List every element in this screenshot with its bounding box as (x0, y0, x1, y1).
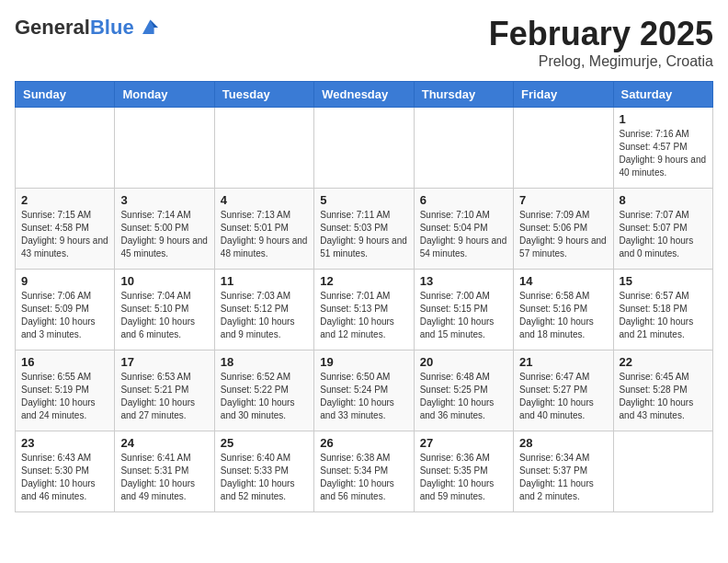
day-number: 6 (420, 193, 507, 207)
day-number: 20 (420, 355, 507, 369)
calendar-header-row: SundayMondayTuesdayWednesdayThursdayFrid… (16, 82, 713, 108)
day-number: 24 (120, 436, 208, 450)
day-info: Sunrise: 7:15 AM Sunset: 4:58 PM Dayligh… (21, 209, 108, 260)
calendar-cell: 10Sunrise: 7:04 AM Sunset: 5:10 PM Dayli… (115, 270, 214, 350)
day-info: Sunrise: 7:04 AM Sunset: 5:10 PM Dayligh… (120, 290, 208, 341)
day-info: Sunrise: 6:55 AM Sunset: 5:19 PM Dayligh… (21, 371, 108, 422)
day-number: 22 (620, 355, 707, 369)
day-info: Sunrise: 7:13 AM Sunset: 5:01 PM Dayligh… (221, 209, 308, 260)
calendar-cell: 7Sunrise: 7:09 AM Sunset: 5:06 PM Daylig… (514, 189, 613, 270)
calendar-cell: 8Sunrise: 7:07 AM Sunset: 5:07 PM Daylig… (613, 189, 712, 270)
calendar-cell: 26Sunrise: 6:38 AM Sunset: 5:34 PM Dayli… (314, 431, 414, 512)
calendar-cell: 13Sunrise: 7:00 AM Sunset: 5:15 PM Dayli… (414, 270, 513, 350)
day-info: Sunrise: 7:10 AM Sunset: 5:04 PM Dayligh… (420, 209, 507, 260)
day-number: 26 (320, 436, 407, 450)
calendar-cell (314, 108, 414, 189)
day-number: 3 (120, 193, 208, 207)
day-info: Sunrise: 6:41 AM Sunset: 5:31 PM Dayligh… (120, 452, 208, 503)
calendar-cell: 14Sunrise: 6:58 AM Sunset: 5:16 PM Dayli… (514, 270, 613, 350)
calendar-cell: 6Sunrise: 7:10 AM Sunset: 5:04 PM Daylig… (414, 189, 513, 270)
calendar-cell (214, 108, 313, 189)
day-info: Sunrise: 7:14 AM Sunset: 5:00 PM Dayligh… (120, 209, 208, 260)
calendar-cell: 16Sunrise: 6:55 AM Sunset: 5:19 PM Dayli… (16, 350, 115, 431)
logo-icon (136, 15, 162, 40)
day-number: 16 (21, 355, 108, 369)
day-of-week-header: Monday (115, 82, 214, 108)
day-info: Sunrise: 6:50 AM Sunset: 5:24 PM Dayligh… (320, 371, 407, 422)
title-block: February 2025 Prelog, Megimurje, Croatia (489, 15, 713, 70)
logo: GeneralBlue (15, 15, 162, 40)
calendar-week-row: 16Sunrise: 6:55 AM Sunset: 5:19 PM Dayli… (16, 350, 713, 431)
calendar-cell: 21Sunrise: 6:47 AM Sunset: 5:27 PM Dayli… (514, 350, 613, 431)
day-number: 14 (519, 274, 607, 288)
day-number: 18 (221, 355, 308, 369)
day-number: 17 (120, 355, 208, 369)
day-number: 8 (620, 193, 707, 207)
calendar-cell: 11Sunrise: 7:03 AM Sunset: 5:12 PM Dayli… (214, 270, 313, 350)
day-number: 2 (21, 193, 108, 207)
day-info: Sunrise: 7:07 AM Sunset: 5:07 PM Dayligh… (620, 209, 707, 260)
day-of-week-header: Wednesday (314, 82, 414, 108)
calendar-cell: 19Sunrise: 6:50 AM Sunset: 5:24 PM Dayli… (314, 350, 414, 431)
calendar-cell: 5Sunrise: 7:11 AM Sunset: 5:03 PM Daylig… (314, 189, 414, 270)
day-of-week-header: Friday (514, 82, 613, 108)
day-number: 13 (420, 274, 507, 288)
day-info: Sunrise: 6:53 AM Sunset: 5:21 PM Dayligh… (120, 371, 208, 422)
day-info: Sunrise: 7:09 AM Sunset: 5:06 PM Dayligh… (519, 209, 607, 260)
calendar-cell: 12Sunrise: 7:01 AM Sunset: 5:13 PM Dayli… (314, 270, 414, 350)
calendar-cell: 25Sunrise: 6:40 AM Sunset: 5:33 PM Dayli… (214, 431, 313, 512)
day-number: 10 (120, 274, 208, 288)
day-of-week-header: Sunday (16, 82, 115, 108)
calendar-cell (115, 108, 214, 189)
calendar-cell: 4Sunrise: 7:13 AM Sunset: 5:01 PM Daylig… (214, 189, 313, 270)
day-info: Sunrise: 6:52 AM Sunset: 5:22 PM Dayligh… (221, 371, 308, 422)
calendar-cell (414, 108, 513, 189)
day-number: 23 (21, 436, 108, 450)
day-of-week-header: Tuesday (214, 82, 313, 108)
day-info: Sunrise: 7:01 AM Sunset: 5:13 PM Dayligh… (320, 290, 407, 341)
day-number: 7 (519, 193, 607, 207)
calendar-week-row: 2Sunrise: 7:15 AM Sunset: 4:58 PM Daylig… (16, 189, 713, 270)
day-of-week-header: Saturday (613, 82, 712, 108)
calendar-cell (514, 108, 613, 189)
calendar-week-row: 9Sunrise: 7:06 AM Sunset: 5:09 PM Daylig… (16, 270, 713, 350)
calendar-cell (613, 431, 712, 512)
calendar-table: SundayMondayTuesdayWednesdayThursdayFrid… (15, 81, 713, 512)
day-number: 15 (620, 274, 707, 288)
day-info: Sunrise: 6:48 AM Sunset: 5:25 PM Dayligh… (420, 371, 507, 422)
day-number: 28 (519, 436, 607, 450)
day-info: Sunrise: 6:38 AM Sunset: 5:34 PM Dayligh… (320, 452, 407, 503)
day-info: Sunrise: 6:34 AM Sunset: 5:37 PM Dayligh… (519, 452, 607, 503)
day-number: 27 (420, 436, 507, 450)
calendar-cell: 28Sunrise: 6:34 AM Sunset: 5:37 PM Dayli… (514, 431, 613, 512)
day-info: Sunrise: 7:03 AM Sunset: 5:12 PM Dayligh… (221, 290, 308, 341)
day-info: Sunrise: 6:47 AM Sunset: 5:27 PM Dayligh… (519, 371, 607, 422)
day-info: Sunrise: 7:11 AM Sunset: 5:03 PM Dayligh… (320, 209, 407, 260)
calendar-cell: 9Sunrise: 7:06 AM Sunset: 5:09 PM Daylig… (16, 270, 115, 350)
logo-blue-text: Blue (90, 16, 134, 39)
day-number: 5 (320, 193, 407, 207)
day-number: 11 (221, 274, 308, 288)
calendar-cell: 17Sunrise: 6:53 AM Sunset: 5:21 PM Dayli… (115, 350, 214, 431)
day-number: 19 (320, 355, 407, 369)
month-year-title: February 2025 (489, 15, 713, 53)
day-info: Sunrise: 7:06 AM Sunset: 5:09 PM Dayligh… (21, 290, 108, 341)
day-info: Sunrise: 6:45 AM Sunset: 5:28 PM Dayligh… (620, 371, 707, 422)
day-number: 9 (21, 274, 108, 288)
day-number: 4 (221, 193, 308, 207)
day-number: 25 (221, 436, 308, 450)
logo-general-text: General (15, 16, 90, 39)
calendar-cell: 1Sunrise: 7:16 AM Sunset: 4:57 PM Daylig… (613, 108, 712, 189)
calendar-cell: 2Sunrise: 7:15 AM Sunset: 4:58 PM Daylig… (16, 189, 115, 270)
day-info: Sunrise: 6:43 AM Sunset: 5:30 PM Dayligh… (21, 452, 108, 503)
day-info: Sunrise: 6:58 AM Sunset: 5:16 PM Dayligh… (519, 290, 607, 341)
day-info: Sunrise: 7:16 AM Sunset: 4:57 PM Dayligh… (620, 128, 707, 179)
page-header: GeneralBlue February 2025 Prelog, Megimu… (15, 15, 713, 70)
calendar-cell: 20Sunrise: 6:48 AM Sunset: 5:25 PM Dayli… (414, 350, 513, 431)
calendar-cell: 3Sunrise: 7:14 AM Sunset: 5:00 PM Daylig… (115, 189, 214, 270)
day-number: 21 (519, 355, 607, 369)
day-number: 12 (320, 274, 407, 288)
calendar-cell: 27Sunrise: 6:36 AM Sunset: 5:35 PM Dayli… (414, 431, 513, 512)
calendar-cell: 15Sunrise: 6:57 AM Sunset: 5:18 PM Dayli… (613, 270, 712, 350)
day-of-week-header: Thursday (414, 82, 513, 108)
